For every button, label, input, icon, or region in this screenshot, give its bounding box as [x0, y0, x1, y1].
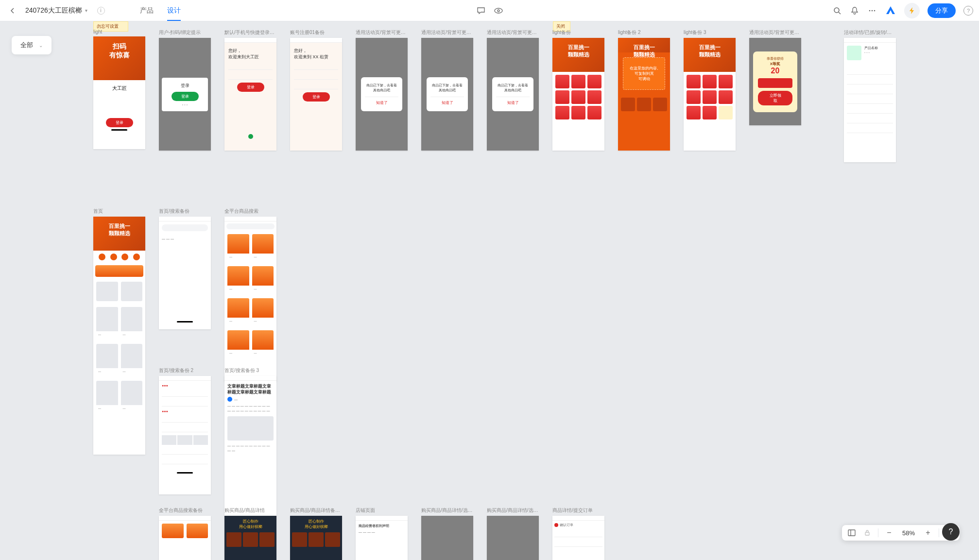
- zoom-in-button[interactable]: +: [923, 528, 933, 538]
- artboard-frame: 百里挑一 颗颗精选 —— —— ——: [93, 217, 145, 455]
- document-title[interactable]: 240726大工匠槟榔 ▾: [25, 6, 87, 15]
- artboard[interactable]: 购买商品/商品详情 匠心制作 用心做好槟榔: [224, 507, 276, 560]
- artboard-label: 通用活动页/背景可更换…: [487, 29, 539, 36]
- artboard-label: 首页/搜索备份: [159, 208, 211, 215]
- svg-point-0: [495, 8, 502, 13]
- artboard-label: 商品详情/提交订单: [552, 507, 604, 514]
- artboard-label: light备份 3: [684, 29, 736, 36]
- artboard-label: light: [93, 29, 145, 34]
- header-tabs: 产品 设计: [140, 0, 181, 21]
- filter-label: 全部: [20, 41, 33, 50]
- artboard-frame: 登录 登录 ◦ ◦ ◦: [159, 38, 211, 151]
- panels-icon[interactable]: [847, 528, 857, 538]
- tab-product[interactable]: 产品: [140, 0, 154, 21]
- artboard-frame: 百里挑一 颗颗精选 在这里放的内容, 可复制到其 可调动: [618, 38, 670, 151]
- svg-point-2: [834, 8, 839, 13]
- bolt-button[interactable]: [904, 3, 920, 18]
- artboard-label: 首页/搜索备份 2: [159, 367, 211, 374]
- artboard-frame: 确认订单: [552, 516, 604, 560]
- svg-point-4: [869, 10, 871, 11]
- artboard-label: 首页: [93, 208, 145, 215]
- artboard[interactable]: 通用活动页/背景可更换… 商品已下架，去看看其他商品吧 知道了: [487, 29, 539, 151]
- artboard-frame: 匠心制作 用心做好槟榔: [290, 516, 342, 560]
- artboard[interactable]: light备份 2 百里挑一 颗颗精选 在这里放的内容, 可复制到其 可调动: [618, 29, 670, 151]
- artboard[interactable]: 用户-扫码/绑定提示 登录 登录 ◦ ◦ ◦: [159, 29, 211, 151]
- app-logo-icon[interactable]: [885, 5, 896, 17]
- artboard[interactable]: 购买商品/商品详情备份 … 匠心制作 用心做好槟榔: [290, 507, 342, 560]
- artboard-frame: 您好， 欢迎来到大工匠 登录: [224, 38, 276, 151]
- artboard-frame: 百里挑一 颗颗精选: [552, 38, 604, 151]
- artboard-frame: 产品名称 - - -: [844, 38, 896, 162]
- zoom-value[interactable]: 58%: [900, 529, 917, 537]
- artboard[interactable]: 全平台商品搜索备份: [159, 507, 211, 560]
- artboard-label: 通用活动页/背景可更换…: [356, 29, 408, 36]
- artboard-frame: 百里挑一 颗颗精选: [684, 38, 736, 151]
- design-canvas[interactable]: 勿忘可设置 关闭 light 扫码 有惊喜 大工匠 登录 用户-扫码/绑定提示 …: [0, 21, 979, 560]
- artboard[interactable]: 全平台商品搜索 —— —— —— ——: [224, 208, 276, 382]
- artboard-label: 账号注册01备份: [290, 29, 342, 36]
- artboard[interactable]: 通用活动页/背景可更换… 商品已下架，去看看其他商品吧 知道了: [356, 29, 408, 151]
- chevron-down-icon: ⌄: [39, 43, 43, 48]
- zoom-out-button[interactable]: −: [884, 528, 894, 538]
- help-fab[interactable]: ?: [942, 523, 960, 541]
- artboard-frame: 匠心制作 用心做好槟榔: [224, 516, 276, 560]
- artboard-label: 购买商品/商品详情: [224, 507, 276, 514]
- artboard[interactable]: 购买商品/商品详情/选…: [487, 507, 539, 560]
- app-header: 240726大工匠槟榔 ▾ i 产品 设计 分享: [0, 0, 979, 21]
- artboard[interactable]: 商品详情/提交订单 确认订单: [552, 507, 604, 560]
- artboard-label: 购买商品/商品详情备份 …: [290, 507, 342, 514]
- artboard[interactable]: 店铺页面 商品经营者权利声明— — — —: [356, 507, 408, 560]
- svg-point-5: [872, 10, 873, 11]
- bolt-icon: [908, 7, 916, 15]
- artboard[interactable]: 通用活动页/背景可更换… 商品已下架，去看看其他商品吧 知道了: [421, 29, 473, 151]
- lock-icon[interactable]: [862, 528, 872, 538]
- artboard[interactable]: 通用活动页/背景可更换… 恭喜你获得 X等奖 20 立即领取: [749, 29, 801, 125]
- artboard-label: 通用活动页/背景可更换…: [421, 29, 473, 36]
- comment-icon[interactable]: [476, 6, 486, 16]
- artboard-frame: 您好， 欢迎来到 XX 租赁 登录: [290, 38, 342, 151]
- artboard[interactable]: light备份 3 百里挑一 颗颗精选: [684, 29, 736, 151]
- help-icon[interactable]: ?: [963, 6, 973, 16]
- artboard[interactable]: 默认/手机号快捷登录备… 您好， 欢迎来到大工匠 登录: [224, 29, 276, 151]
- artboard[interactable]: light备份 百里挑一 颗颗精选: [552, 29, 604, 151]
- artboard-frame: 商品已下架，去看看其他商品吧 知道了: [421, 38, 473, 151]
- artboard-frame: 恭喜你获得 X等奖 20 立即领取: [749, 38, 801, 125]
- artboards-container: 勿忘可设置 关闭 light 扫码 有惊喜 大工匠 登录 用户-扫码/绑定提示 …: [0, 21, 979, 560]
- bell-icon[interactable]: [850, 6, 859, 16]
- document-title-text: 240726大工匠槟榔: [25, 6, 82, 15]
- artboard-label: light备份 2: [618, 29, 670, 36]
- tab-design[interactable]: 设计: [167, 0, 181, 21]
- filter-dropdown[interactable]: 全部 ⌄: [12, 36, 52, 54]
- artboard-frame: [487, 516, 539, 560]
- artboard-label: 店铺页面: [356, 507, 408, 514]
- artboard[interactable]: 首页/搜索备份 — — —: [159, 208, 211, 329]
- svg-point-1: [498, 10, 499, 12]
- artboard-label: 全平台商品搜索备份: [159, 507, 211, 514]
- artboard-frame: 文章标题文章标题文章标题文章标题文章标题 — — — — — — — — — —…: [224, 376, 276, 517]
- artboard[interactable]: 首页 百里挑一 颗颗精选 —— —— ——: [93, 208, 145, 455]
- artboard-frame: ●●● ●●●: [159, 376, 211, 494]
- chevron-left-icon: [9, 7, 17, 15]
- artboard-label: 用户-扫码/绑定提示: [159, 29, 211, 36]
- header-right: 分享 ?: [832, 3, 973, 18]
- more-icon[interactable]: [867, 6, 877, 16]
- info-icon[interactable]: i: [97, 7, 105, 15]
- eye-icon[interactable]: [494, 6, 503, 16]
- search-icon[interactable]: [832, 6, 842, 16]
- artboard[interactable]: light 扫码 有惊喜 大工匠 登录: [93, 29, 145, 149]
- artboard-label: light备份: [552, 29, 604, 36]
- artboard[interactable]: 活动详情/已抓/旋转/测… 产品名称 - - -: [844, 29, 896, 162]
- artboard-label: 默认/手机号快捷登录备…: [224, 29, 276, 36]
- artboard-frame: 商品经营者权利声明— — — —: [356, 516, 408, 560]
- svg-rect-7: [848, 530, 855, 536]
- artboard-frame: 扫码 有惊喜 大工匠 登录: [93, 36, 145, 149]
- share-button[interactable]: 分享: [927, 3, 956, 18]
- svg-point-6: [874, 10, 876, 11]
- artboard[interactable]: 首页/搜索备份 2 ●●● ●●●: [159, 367, 211, 494]
- back-button[interactable]: [6, 4, 19, 17]
- artboard[interactable]: 账号注册01备份 您好， 欢迎来到 XX 租赁 登录: [290, 29, 342, 151]
- artboard-frame: [159, 516, 211, 560]
- artboard[interactable]: 购买商品/商品详情/选…: [421, 507, 473, 560]
- artboard-frame: —— —— —— ——: [224, 217, 276, 382]
- artboard[interactable]: 首页/搜索备份 3 文章标题文章标题文章标题文章标题文章标题 — — — — —…: [224, 367, 276, 517]
